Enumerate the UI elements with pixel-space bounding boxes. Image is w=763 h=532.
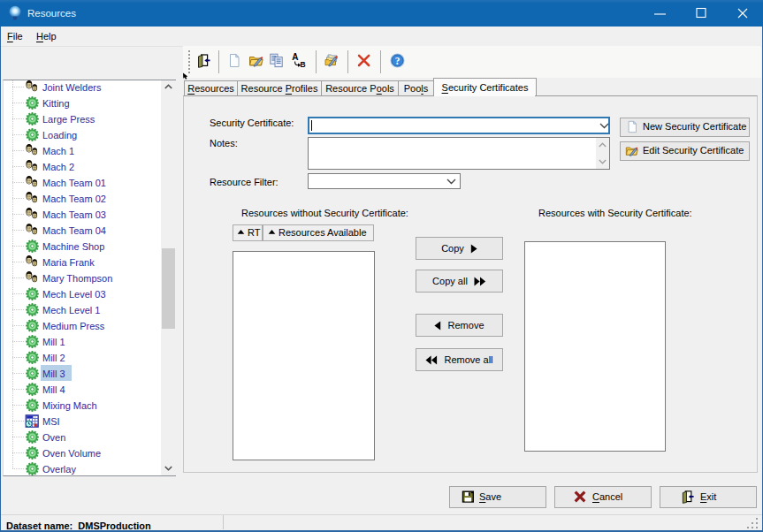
svg-text:?: ? (395, 56, 401, 66)
svg-text:A: A (292, 53, 298, 62)
svg-text:B: B (301, 60, 306, 68)
